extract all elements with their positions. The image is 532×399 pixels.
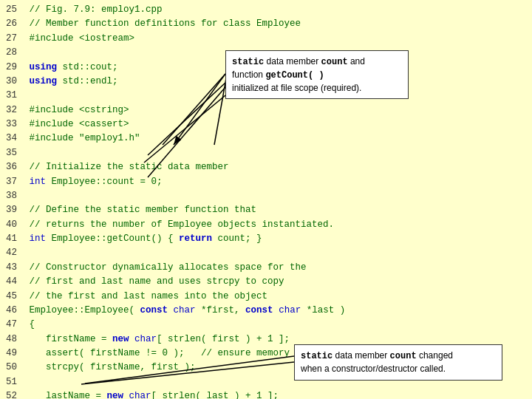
callout1-text1: data member (264, 56, 321, 66)
line-26: 26 // Member function definitions for cl… (6, 17, 526, 31)
line-34: 34 #include "employ1.h" (6, 132, 526, 146)
line-42: 42 (6, 246, 526, 260)
line-38: 38 (6, 189, 526, 203)
line-27: 27 #include <iostream> (6, 32, 526, 46)
line-36: 36 // Initialize the static data member (6, 160, 526, 174)
line-32: 32 #include <cstring> (6, 103, 526, 117)
line-46: 46 Employee::Employee( const char *first… (6, 304, 526, 318)
callout2-text3: when a constructor/destructor called. (301, 364, 446, 374)
line-33: 33 #include <cassert> (6, 117, 526, 132)
line-52: 52 lastName = new char[ strlen( last ) +… (6, 389, 526, 399)
callout1-text3: function (232, 69, 265, 80)
callout2-keyword: static (301, 351, 332, 361)
callout1-text2: and (348, 56, 365, 66)
line-47: 47 { (6, 318, 526, 332)
line-25: 25 // Fig. 7.9: employ1.cpp (6, 3, 526, 17)
callout2-text1: data member (332, 350, 389, 361)
callout1-getcount: getCount( ) (265, 70, 324, 81)
line-40: 40 // returns the number of Employee obj… (6, 218, 526, 232)
line-35: 35 (6, 146, 526, 160)
line-37: 37 int Employee::count = 0; (6, 175, 526, 189)
callout1-keyword: static (232, 57, 264, 67)
callout-constructor: static data member count changed when a … (294, 344, 502, 381)
callout-static-count: static data member count and function ge… (225, 50, 409, 99)
callout1-text4: initialized at file scope (required). (232, 83, 361, 93)
line-43: 43 // Constructor dynamically allocates … (6, 261, 526, 275)
line-45: 45 // the first and last names into the … (6, 290, 526, 304)
callout2-text2: changed (417, 350, 453, 361)
callout1-count: count (321, 57, 348, 67)
line-39: 39 // Define the static member function … (6, 203, 526, 217)
line-44: 44 // first and last name and uses strcp… (6, 275, 526, 289)
line-41: 41 int Employee::getCount() { return cou… (6, 232, 526, 246)
callout2-count: count (390, 351, 417, 361)
